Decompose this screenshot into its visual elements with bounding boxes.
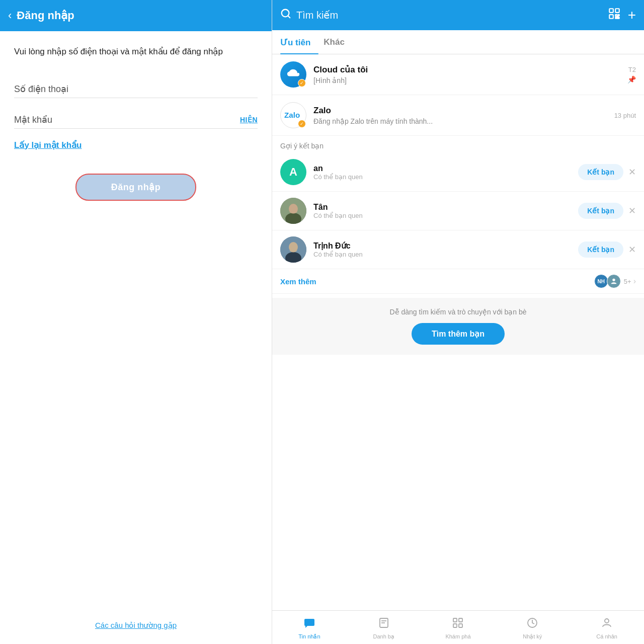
conv-zalo[interactable]: Zalo ✓ Zalo Đăng nhập Zalo trên máy tính… [272, 95, 644, 136]
chevron-right-icon: › [633, 277, 636, 286]
svg-point-17 [612, 279, 615, 281]
xem-them-avatars: NH 5+ › [594, 274, 636, 288]
friend-tan-dismiss-button[interactable]: ✕ [628, 206, 636, 215]
friend-tan-name: Tân [313, 203, 571, 212]
cloud-conv-time: T2 [628, 66, 636, 73]
friend-tan-avatar [280, 198, 306, 224]
zalo-conv-info: Zalo Đăng nhập Zalo trên máy tính thành.… [313, 106, 607, 125]
svg-rect-4 [609, 15, 613, 19]
password-label-text: Mật khẩu [14, 114, 52, 125]
conv-cloud[interactable]: ✓ Cloud của tôi [Hình ảnh] T2 📌 [272, 54, 644, 95]
friend-tan-actions: Kết bạn ✕ [578, 203, 636, 219]
mini-avatar-nh: NH [594, 274, 608, 288]
cloud-conv-name: Cloud của tôi [313, 64, 620, 75]
friend-trinh-actions: Kết bạn ✕ [578, 242, 636, 258]
suggest-section-header: Gợi ý kết bạn [272, 136, 644, 153]
xem-them-row[interactable]: Xem thêm NH 5+ › [272, 269, 644, 294]
tabs-row: Ưu tiên Khác [272, 30, 644, 54]
nav-messages-label: Tin nhắn [298, 633, 320, 640]
find-friends-section: Dễ dàng tìm kiếm và trò chuyện với bạn b… [272, 298, 644, 355]
nav-profile-label: Cá nhân [596, 633, 617, 639]
svg-line-1 [288, 16, 290, 18]
nav-explore[interactable]: Khám phá [421, 615, 496, 642]
friend-tan-sub: Có thể bạn quen [313, 212, 571, 219]
cloud-conv-preview: [Hình ảnh] [313, 76, 620, 85]
friend-trinh: Trịnh Đức Có thể bạn quen Kết bạn ✕ [272, 230, 644, 269]
friend-trinh-info: Trịnh Đức Có thể bạn quen [313, 241, 571, 258]
friend-an-name: an [313, 164, 571, 173]
friend-trinh-add-button[interactable]: Kết bạn [578, 242, 623, 258]
search-panel: Tìm kiếm + Ưu tiên Khác [272, 0, 644, 644]
svg-rect-22 [453, 618, 457, 622]
add-button[interactable]: + [628, 7, 636, 23]
explore-nav-icon [452, 617, 464, 632]
zalo-conv-time: 13 phút [614, 112, 636, 119]
cloud-verified-badge: ✓ [298, 79, 306, 87]
cloud-avatar-wrap: ✓ [280, 61, 306, 88]
find-friends-text: Dễ dàng tìm kiếm và trò chuyện với bạn b… [280, 308, 636, 316]
search-input[interactable]: Tìm kiếm [296, 9, 603, 21]
recover-password-link[interactable]: Lấy lại mật khẩu [14, 140, 258, 150]
login-button[interactable]: Đăng nhập [75, 174, 196, 201]
nav-profile[interactable]: Cá nhân [570, 615, 644, 642]
svg-rect-3 [615, 9, 619, 13]
login-body: Vui lòng nhập số điện thoại và mật khẩu … [0, 31, 272, 644]
friend-tan-add-button[interactable]: Kết bạn [578, 203, 623, 219]
svg-rect-2 [609, 9, 613, 13]
xem-them-label: Xem thêm [280, 277, 316, 286]
search-icon [280, 8, 291, 22]
nav-diary-label: Nhật ký [523, 633, 542, 640]
friend-an-add-button[interactable]: Kết bạn [578, 164, 623, 180]
nav-messages[interactable]: Tin nhắn [272, 615, 347, 642]
friend-trinh-name: Trịnh Đức [313, 241, 571, 251]
show-password-button[interactable]: HIỆN [240, 116, 258, 124]
svg-rect-25 [459, 624, 462, 627]
login-panel: ‹ Đăng nhập Vui lòng nhập số điện thoại … [0, 0, 272, 644]
zalo-conv-preview: Đăng nhập Zalo trên máy tính thành... [313, 117, 607, 125]
friend-tan-info: Tân Có thể bạn quen [313, 203, 571, 219]
zalo-avatar-wrap: Zalo ✓ [280, 102, 306, 128]
zalo-conv-meta: 13 phút [614, 112, 636, 119]
phone-label-text: Số điện thoại [14, 84, 68, 95]
profile-nav-icon [601, 617, 613, 632]
messages-nav-icon [303, 617, 315, 632]
nav-contacts[interactable]: Danh bạ [347, 615, 421, 642]
login-btn-wrapper: Đăng nhập [14, 174, 258, 201]
friend-tan: Tân Có thể bạn quen Kết bạn ✕ [272, 192, 644, 230]
friend-an-avatar: A [280, 159, 306, 185]
login-title: Đăng nhập [17, 9, 74, 22]
pin-icon: 📌 [627, 75, 636, 84]
mini-avatar-person [607, 274, 621, 288]
friend-trinh-dismiss-button[interactable]: ✕ [628, 245, 636, 254]
cloud-conv-meta: T2 📌 [627, 66, 636, 84]
bottom-nav: Tin nhắn Danh bạ [272, 610, 644, 644]
diary-nav-icon [526, 617, 538, 632]
tab-priority[interactable]: Ưu tiên [280, 30, 318, 54]
password-field-group: Mật khẩu HIỆN [14, 107, 258, 129]
zalo-verified-badge: ✓ [298, 120, 306, 128]
cloud-conv-info: Cloud của tôi [Hình ảnh] [313, 64, 620, 85]
friend-trinh-sub: Có thể bạn quen [313, 251, 571, 258]
find-friends-button[interactable]: Tìm thêm bạn [412, 323, 505, 345]
tab-other[interactable]: Khác [324, 30, 353, 54]
svg-rect-7 [615, 18, 616, 19]
qr-code-button[interactable] [608, 7, 621, 23]
search-header: Tìm kiếm + [272, 0, 644, 30]
svg-text:Zalo: Zalo [284, 111, 300, 119]
friend-an-sub: Có thể bạn quen [313, 173, 571, 181]
friend-an: A an Có thể bạn quen Kết bạn ✕ [272, 153, 644, 192]
friend-an-dismiss-button[interactable]: ✕ [628, 168, 636, 177]
nav-diary[interactable]: Nhật ký [495, 615, 570, 642]
nav-explore-label: Khám phá [445, 633, 470, 639]
faq-link[interactable]: Các câu hỏi thường gặp [0, 621, 272, 630]
zalo-conv-name: Zalo [313, 106, 607, 116]
contacts-nav-icon [378, 617, 390, 632]
svg-rect-23 [459, 618, 462, 622]
svg-rect-24 [453, 624, 457, 627]
header-actions: + [608, 7, 636, 23]
back-button[interactable]: ‹ [8, 10, 12, 21]
nav-contacts-label: Danh bạ [373, 633, 394, 640]
friend-trinh-avatar [280, 236, 306, 263]
plus-count: 5+ [624, 278, 631, 285]
login-subtitle: Vui lòng nhập số điện thoại và mật khẩu … [14, 45, 258, 58]
